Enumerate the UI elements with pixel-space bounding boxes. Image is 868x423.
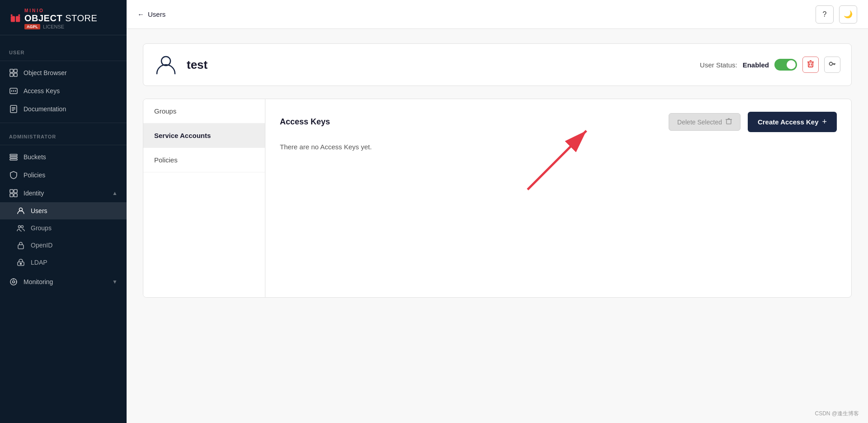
user-header: test User Status: Enabled bbox=[143, 43, 852, 86]
sidebar-item-monitoring[interactable]: Monitoring ▼ bbox=[0, 273, 127, 291]
user-avatar-svg bbox=[154, 53, 178, 76]
monitoring-label: Monitoring bbox=[24, 278, 107, 285]
sidebar-item-documentation[interactable]: Documentation bbox=[0, 100, 127, 118]
help-icon: ? bbox=[823, 10, 827, 19]
svg-point-28 bbox=[20, 263, 22, 265]
ldap-sub-label: LDAP bbox=[31, 259, 118, 266]
svg-point-29 bbox=[10, 279, 17, 285]
object-browser-icon bbox=[9, 68, 18, 77]
svg-point-30 bbox=[13, 281, 15, 283]
sidebar: MINIO OBJECT STORE AGPL LICENSE User O bbox=[0, 0, 127, 423]
license-label: LICENSE bbox=[43, 24, 64, 29]
svg-rect-34 bbox=[808, 62, 813, 67]
groups-sub-label: Groups bbox=[31, 224, 118, 232]
object-browser-label: Object Browser bbox=[24, 69, 118, 76]
delete-selected-label: Delete Selected bbox=[677, 119, 722, 126]
sidebar-logo: MINIO OBJECT STORE AGPL LICENSE bbox=[0, 0, 127, 35]
svg-rect-4 bbox=[10, 69, 13, 72]
username: test bbox=[187, 58, 691, 72]
user-status-area: User Status: Enabled bbox=[700, 57, 840, 73]
openid-sub-label: OpenID bbox=[31, 242, 118, 249]
buckets-label: Buckets bbox=[24, 153, 118, 161]
sidebar-nav: User Object Browser bbox=[0, 35, 127, 291]
sidebar-item-policies[interactable]: Policies bbox=[0, 166, 127, 184]
empty-access-keys-message: There are no Access Keys yet. bbox=[280, 143, 837, 151]
license-row: AGPL LICENSE bbox=[24, 24, 97, 29]
svg-rect-22 bbox=[14, 194, 17, 197]
svg-rect-5 bbox=[14, 69, 17, 72]
policies-label: Policies bbox=[24, 171, 118, 179]
svg-point-24 bbox=[19, 226, 21, 228]
identity-icon bbox=[9, 189, 18, 198]
tab-service-accounts[interactable]: Service Accounts bbox=[143, 124, 265, 148]
tabs-panel: Groups Service Accounts Policies Access … bbox=[143, 99, 852, 298]
content-area: test User Status: Enabled bbox=[127, 29, 868, 423]
svg-rect-20 bbox=[14, 190, 17, 193]
svg-rect-0 bbox=[11, 16, 15, 22]
documentation-icon bbox=[9, 105, 18, 114]
svg-point-25 bbox=[21, 226, 24, 228]
svg-rect-17 bbox=[10, 157, 17, 158]
back-to-users-link[interactable]: ← Users bbox=[137, 10, 165, 18]
policies-icon bbox=[9, 171, 18, 180]
sidebar-sub-item-groups[interactable]: Groups bbox=[0, 219, 127, 237]
svg-rect-1 bbox=[16, 16, 20, 22]
delete-user-button[interactable] bbox=[802, 57, 819, 73]
back-label: Users bbox=[148, 10, 165, 18]
create-access-key-label: Create Access Key bbox=[758, 118, 819, 126]
admin-section-label: Administrator bbox=[0, 126, 127, 142]
groups-sub-icon bbox=[16, 223, 25, 233]
ldap-sub-icon bbox=[16, 258, 25, 267]
create-access-key-plus-icon: + bbox=[822, 117, 827, 127]
user-section-label: User bbox=[0, 42, 127, 58]
identity-label: Identity bbox=[24, 190, 107, 197]
status-value: Enabled bbox=[743, 61, 769, 69]
topbar: ← Users ? 🌙 bbox=[127, 0, 868, 29]
access-keys-label: Access Keys bbox=[24, 87, 118, 95]
svg-rect-16 bbox=[10, 154, 17, 156]
sidebar-sub-item-users[interactable]: Users bbox=[0, 202, 127, 219]
sidebar-item-identity[interactable]: Identity ▲ bbox=[0, 184, 127, 202]
edit-user-button[interactable] bbox=[824, 57, 840, 73]
sidebar-sub-item-ldap[interactable]: LDAP bbox=[0, 254, 127, 271]
delete-icon bbox=[807, 60, 814, 69]
sidebar-item-buckets[interactable]: Buckets bbox=[0, 148, 127, 166]
svg-point-39 bbox=[830, 62, 833, 66]
svg-rect-19 bbox=[10, 190, 13, 193]
status-label: User Status: bbox=[700, 61, 737, 69]
tab-groups[interactable]: Groups bbox=[143, 99, 265, 124]
access-keys-icon bbox=[9, 86, 18, 95]
help-button[interactable]: ? bbox=[816, 5, 834, 24]
dark-mode-button[interactable]: 🌙 bbox=[839, 5, 857, 24]
monitoring-icon bbox=[9, 277, 18, 286]
footer-credit: CSDN @逢生博客 bbox=[815, 410, 859, 418]
product-text: OBJECT STORE bbox=[24, 13, 97, 23]
status-toggle[interactable] bbox=[774, 59, 797, 71]
svg-rect-43 bbox=[726, 119, 731, 124]
sidebar-sub-item-openid[interactable]: OpenID bbox=[0, 237, 127, 254]
user-avatar bbox=[154, 53, 178, 76]
back-arrow-icon: ← bbox=[137, 10, 144, 18]
openid-sub-icon bbox=[16, 241, 25, 250]
delete-selected-button[interactable]: Delete Selected bbox=[669, 113, 741, 131]
access-keys-title: Access Keys bbox=[280, 117, 661, 127]
sidebar-item-access-keys[interactable]: Access Keys bbox=[0, 82, 127, 100]
svg-rect-18 bbox=[10, 159, 17, 160]
svg-rect-26 bbox=[18, 245, 24, 249]
delete-selected-icon bbox=[726, 118, 732, 126]
identity-chevron-icon: ▲ bbox=[112, 190, 118, 196]
access-keys-header: Access Keys Delete Selected Create A bbox=[280, 112, 837, 132]
documentation-label: Documentation bbox=[24, 105, 118, 113]
dark-mode-icon: 🌙 bbox=[844, 10, 853, 19]
monitoring-chevron-icon: ▼ bbox=[112, 279, 118, 285]
sidebar-item-object-browser[interactable]: Object Browser bbox=[0, 64, 127, 82]
tabs-sidebar: Groups Service Accounts Policies bbox=[143, 99, 265, 297]
users-sub-icon bbox=[16, 206, 25, 215]
minio-text: MINIO bbox=[24, 8, 97, 13]
svg-rect-7 bbox=[14, 73, 17, 76]
agpl-badge: AGPL bbox=[24, 24, 40, 29]
svg-rect-21 bbox=[10, 194, 13, 197]
create-access-key-button[interactable]: Create Access Key + bbox=[748, 112, 837, 132]
svg-rect-3 bbox=[19, 14, 20, 16]
tab-policies[interactable]: Policies bbox=[143, 148, 265, 172]
